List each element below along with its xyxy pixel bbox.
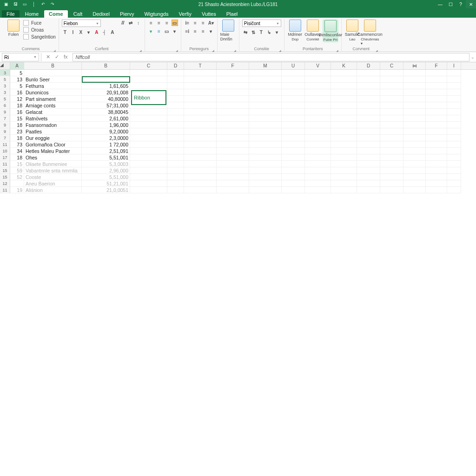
ribbon-big-button[interactable]: MdrinerDop bbox=[287, 20, 303, 41]
help-button[interactable]: ? bbox=[456, 0, 466, 8]
cell[interactable] bbox=[184, 122, 217, 128]
cell[interactable] bbox=[380, 109, 403, 115]
cell[interactable] bbox=[331, 187, 357, 193]
cell[interactable] bbox=[331, 161, 357, 167]
cell[interactable] bbox=[282, 89, 305, 96]
cell[interactable] bbox=[447, 102, 461, 109]
cell[interactable]: 34 bbox=[10, 148, 24, 154]
cell[interactable]: 16 bbox=[10, 109, 24, 115]
cell[interactable] bbox=[331, 154, 357, 161]
cell[interactable]: 21,0,0051 bbox=[82, 187, 130, 193]
cell[interactable] bbox=[305, 148, 331, 154]
cell[interactable]: 51,21,001 bbox=[82, 180, 130, 187]
font-dd[interactable]: ▾ bbox=[86, 29, 92, 35]
cell[interactable]: 40,80000 bbox=[82, 96, 130, 102]
nf1-button[interactable]: ⇆ bbox=[242, 29, 249, 35]
cell[interactable] bbox=[426, 102, 447, 109]
fill-color-button[interactable]: ▭ bbox=[172, 20, 178, 26]
cell[interactable] bbox=[82, 76, 130, 83]
cell[interactable]: Aliśnion bbox=[24, 187, 82, 193]
cell[interactable] bbox=[184, 109, 217, 115]
cell[interactable] bbox=[331, 148, 357, 154]
cell[interactable] bbox=[380, 83, 403, 89]
cell[interactable] bbox=[447, 135, 461, 141]
cell[interactable] bbox=[357, 96, 380, 102]
cell[interactable] bbox=[167, 135, 184, 141]
cell[interactable] bbox=[10, 180, 24, 187]
tab-calt[interactable]: Calt bbox=[69, 10, 87, 18]
table-row[interactable]: 718Our eoggie2,3,0000 bbox=[0, 135, 476, 141]
table-row[interactable]: 1552Cooste5,51,000 bbox=[0, 174, 476, 180]
doc-icon[interactable]: ▭ bbox=[21, 1, 28, 7]
col-header[interactable]: D bbox=[167, 62, 184, 69]
cell[interactable] bbox=[249, 135, 282, 141]
cell[interactable] bbox=[217, 148, 249, 154]
fx-icon[interactable]: fx bbox=[64, 54, 68, 60]
col-header[interactable]: M bbox=[249, 62, 282, 69]
cell[interactable] bbox=[426, 161, 447, 167]
wrap-text-button[interactable]: ≡ bbox=[200, 20, 206, 26]
table-row[interactable]: 1119Aliśnion21,0,0051 bbox=[0, 187, 476, 193]
cell[interactable]: Fethurra bbox=[24, 83, 82, 89]
cell[interactable] bbox=[357, 187, 380, 193]
align-top-button[interactable]: ≡ bbox=[148, 20, 154, 26]
cell[interactable] bbox=[380, 167, 403, 174]
italic-button[interactable]: I bbox=[70, 29, 76, 35]
cell[interactable] bbox=[357, 161, 380, 167]
table-row[interactable]: 12Aneu Baerion51,21,001 bbox=[0, 180, 476, 187]
cell[interactable] bbox=[130, 76, 167, 83]
table-row[interactable]: 1173Gorlomañoa Cloor1 72,000 bbox=[0, 141, 476, 148]
cell[interactable]: 12 bbox=[10, 96, 24, 102]
cell[interactable] bbox=[380, 102, 403, 109]
cell[interactable] bbox=[447, 122, 461, 128]
cell[interactable] bbox=[357, 167, 380, 174]
cell[interactable] bbox=[426, 141, 447, 148]
cell[interactable] bbox=[249, 148, 282, 154]
cell[interactable]: Ohes bbox=[24, 154, 82, 161]
cell[interactable] bbox=[184, 128, 217, 135]
cell[interactable] bbox=[403, 102, 426, 109]
col-header[interactable]: C bbox=[130, 62, 167, 69]
cell[interactable] bbox=[447, 161, 461, 167]
cell[interactable] bbox=[167, 174, 184, 180]
row-header[interactable]: 15 bbox=[0, 174, 10, 180]
cell[interactable] bbox=[217, 83, 249, 89]
cell[interactable]: 5 bbox=[10, 70, 24, 76]
cell[interactable] bbox=[331, 96, 357, 102]
row-header[interactable]: 9 bbox=[0, 128, 10, 135]
table-row[interactable]: 35Fethurra1,61,605 bbox=[0, 83, 476, 89]
cell[interactable] bbox=[305, 135, 331, 141]
row-header[interactable]: 7 bbox=[0, 135, 10, 141]
tab-verfiy[interactable]: Verfiy bbox=[174, 10, 196, 18]
cell[interactable] bbox=[447, 128, 461, 135]
cell[interactable] bbox=[167, 141, 184, 148]
cell[interactable] bbox=[403, 83, 426, 89]
cell[interactable] bbox=[380, 135, 403, 141]
indent-dec-button[interactable]: i≡ bbox=[184, 20, 191, 26]
cell[interactable] bbox=[426, 154, 447, 161]
shrink-font-button[interactable]: ⇄ bbox=[127, 20, 134, 26]
cell[interactable]: Our eoggie bbox=[24, 135, 82, 141]
cell[interactable] bbox=[447, 83, 461, 89]
cell[interactable] bbox=[403, 154, 426, 161]
cell[interactable] bbox=[447, 70, 461, 76]
cell[interactable] bbox=[217, 174, 249, 180]
cell[interactable] bbox=[380, 76, 403, 83]
cell[interactable]: 9,2,0000 bbox=[82, 128, 130, 135]
cell[interactable] bbox=[403, 135, 426, 141]
cell[interactable]: 13 bbox=[10, 76, 24, 83]
cell[interactable] bbox=[217, 141, 249, 148]
cell[interactable] bbox=[167, 70, 184, 76]
cell[interactable] bbox=[305, 70, 331, 76]
cell[interactable] bbox=[167, 109, 184, 115]
cell[interactable] bbox=[282, 76, 305, 83]
cell[interactable]: 18 bbox=[10, 135, 24, 141]
cell[interactable]: 5,51,000 bbox=[82, 174, 130, 180]
cell[interactable] bbox=[447, 187, 461, 193]
cell[interactable] bbox=[447, 96, 461, 102]
cell[interactable] bbox=[331, 141, 357, 148]
cell[interactable] bbox=[380, 122, 403, 128]
cell[interactable] bbox=[380, 154, 403, 161]
nf3-button[interactable]: T bbox=[258, 29, 264, 35]
cell[interactable] bbox=[447, 180, 461, 187]
